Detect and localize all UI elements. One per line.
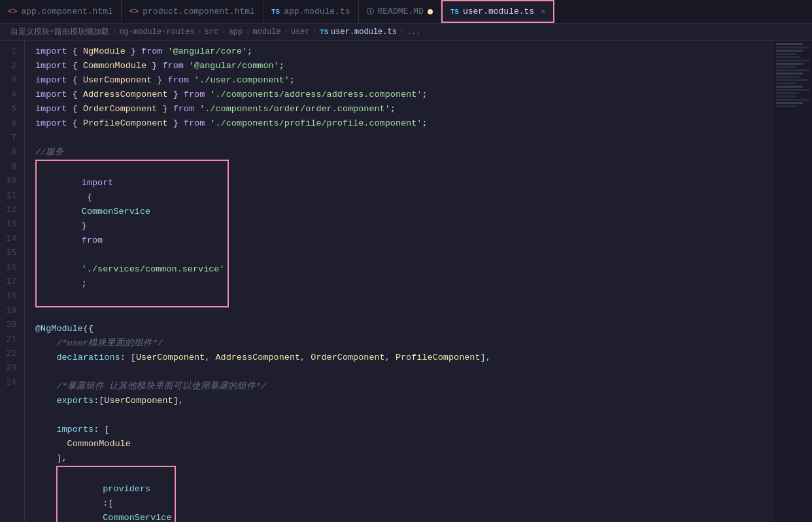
comment: /*暴露组件 让其他模块里面可以使用暴露的组件*/ [56, 379, 266, 394]
code-text [205, 88, 210, 102]
property: declarations [56, 351, 120, 365]
minimap [773, 41, 812, 522]
mini-line [776, 99, 809, 101]
tab-app-module-ts[interactable]: TS app.module.ts [263, 0, 359, 23]
code-text: } [152, 73, 167, 88]
tab-app-component-html[interactable]: <> app.component.html [0, 0, 122, 23]
code-text: ; [422, 88, 427, 102]
code-text [194, 102, 199, 116]
code-text [184, 59, 189, 73]
code-line-20: ], [35, 451, 773, 466]
breadcrumb-sep: › [112, 27, 116, 37]
code-text: ], [173, 394, 184, 408]
code-line-11: @NgModule ({ [35, 322, 773, 336]
code-text: :[ [93, 394, 104, 408]
mini-line [776, 60, 809, 61]
line-num: 20 [5, 318, 16, 332]
string-literal: '@angular/common' [189, 59, 279, 73]
code-text: { [67, 102, 83, 116]
code-line-14 [35, 365, 773, 379]
tab-label: README.MD [378, 7, 424, 16]
html-icon: <> [8, 7, 17, 16]
mini-line [776, 92, 800, 94]
line-num: 18 [5, 289, 16, 304]
code-text: ; [290, 73, 295, 88]
mini-line [776, 79, 809, 81]
service-name: CommonService [103, 513, 171, 522]
component-name: UserComponent [136, 351, 205, 365]
keyword: from [168, 73, 189, 88]
code-line-13: declarations : [ UserComponent , Address… [35, 351, 773, 365]
tab-close-button[interactable]: ✕ [541, 7, 545, 16]
line-num: 5 [5, 102, 16, 116]
code-text: AddressComponent [83, 88, 168, 102]
mini-line [776, 82, 796, 84]
breadcrumb-part: ... [407, 27, 421, 37]
line-num: 13 [5, 217, 16, 232]
property: providers [103, 484, 150, 494]
mini-line [776, 86, 803, 88]
line-num: 2 [5, 59, 16, 73]
line-num: 1 [5, 44, 16, 59]
line-num: 17 [5, 275, 16, 289]
code-line-5: import { OrderComponent } from './compon… [35, 102, 773, 116]
tab-label: app.module.ts [284, 7, 350, 16]
code-text: { [67, 44, 83, 59]
code-text [35, 336, 56, 351]
keyword: from [162, 59, 183, 73]
line-num: 11 [5, 188, 16, 203]
code-line-9: import { CommonService } from './service… [35, 160, 773, 307]
code-text: , [205, 351, 215, 365]
ts-icon: TS [271, 8, 280, 16]
breadcrumb-part: src [205, 27, 219, 37]
code-text: ], [481, 351, 491, 365]
code-text: ], [35, 451, 67, 466]
keyword: from [141, 44, 162, 59]
highlighted-import: import { CommonService } from './service… [35, 160, 229, 307]
code-text: { [67, 88, 83, 102]
code-text [35, 423, 56, 437]
code-editor[interactable]: import { NgModule } from '@angular/core'… [25, 41, 773, 522]
mini-line [776, 50, 803, 52]
code-line-19: CommonModule [35, 437, 773, 451]
keyword: import [35, 73, 67, 88]
breadcrumb-sep: › [197, 27, 202, 37]
code-line-8: //服务 [35, 145, 773, 160]
line-num: 23 [5, 361, 16, 375]
tab-label: product.component.html [143, 7, 255, 16]
code-text: } [126, 44, 141, 59]
code-line-4: import { AddressComponent } from './comp… [35, 88, 773, 102]
code-text: : [ [93, 423, 109, 437]
code-line-21: providers :[ CommonService ] [35, 466, 773, 522]
tab-user-module-ts[interactable]: TS user.module.ts ✕ [441, 0, 555, 23]
code-text [189, 73, 194, 88]
component-name: OrderComponent [311, 351, 384, 365]
code-text [162, 44, 167, 59]
string-literal: './components/address/address.component' [210, 88, 422, 102]
breadcrumb: 自定义模块+路由模块懒加载 › ng-module-routes › src ›… [0, 24, 812, 41]
mini-line [776, 46, 809, 48]
editor: 1 2 3 4 5 6 7 8 9 10 11 12 13 14 15 16 1… [0, 41, 812, 522]
code-text: ; [390, 102, 396, 116]
code-text: , [385, 351, 396, 365]
line-num: 21 [5, 332, 16, 347]
code-text: ; [422, 116, 427, 131]
code-text: } [168, 88, 184, 102]
comment: //服务 [35, 145, 64, 160]
line-num: 19 [5, 304, 16, 318]
keyword: from [184, 88, 205, 102]
code-text: , [300, 351, 311, 365]
line-num: 15 [5, 246, 16, 260]
modified-dot [428, 9, 433, 14]
string-literal: '@angular/core' [168, 44, 248, 59]
breadcrumb-part: app [229, 27, 243, 37]
tab-readme-md[interactable]: ⓘ README.MD [359, 0, 441, 23]
line-num: 16 [5, 260, 16, 275]
tab-product-component-html[interactable]: <> product.component.html [122, 0, 263, 23]
mini-line [776, 63, 803, 65]
code-text: { [67, 59, 83, 73]
code-line-3: import { UserComponent } from './user.co… [35, 73, 773, 88]
ts-icon: TS [450, 8, 459, 16]
line-numbers: 1 2 3 4 5 6 7 8 9 10 11 12 13 14 15 16 1… [0, 41, 25, 522]
keyword: import [35, 59, 67, 73]
